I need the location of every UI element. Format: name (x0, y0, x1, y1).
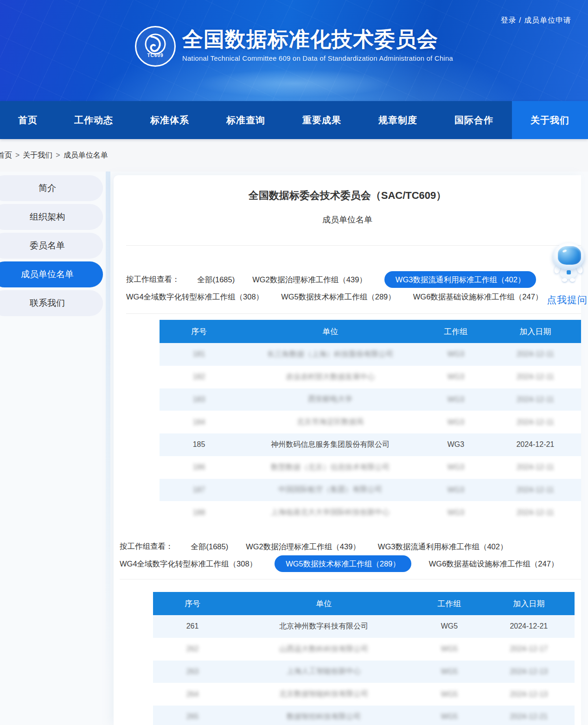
divider (120, 579, 581, 579)
table-row: 182农业农村部大数据发展中心WG32024-12-11 (160, 366, 581, 388)
col-header-date: 加入日期 (519, 326, 551, 337)
sidebar-item-organization[interactable]: 组织架构 (0, 204, 103, 230)
col-header-no: 序号 (191, 326, 207, 337)
col-header-org: 单位 (322, 326, 338, 337)
login-link[interactable]: 登录 / 成员单位申请 (501, 16, 571, 25)
nav-item-about-us[interactable]: 关于我们 (512, 101, 588, 139)
col-header-wg: 工作组 (444, 326, 468, 337)
col-header-org: 单位 (316, 598, 332, 609)
table-header: 序号 单位 工作组 加入日期 (160, 320, 581, 343)
breadcrumb-member-list[interactable]: 成员单位名单 (64, 151, 108, 159)
nav-item-home[interactable]: 首页 (0, 101, 56, 139)
breadcrumb-separator: > (15, 151, 19, 159)
nav-item-standard-search[interactable]: 标准查询 (208, 101, 284, 139)
divider (126, 245, 581, 246)
page: 登录 / 成员单位申请 TC609 全国数据标准化技术委员会 National … (0, 0, 588, 725)
committee-logo-icon: TC609 (135, 26, 176, 67)
page-title: 全国数据标委会技术委员会（SAC/TC609） (114, 189, 581, 202)
filter-wg2[interactable]: WG2数据治理标准工作组（439） (246, 541, 360, 552)
logo-text: TC609 (136, 53, 174, 58)
table-row: 264北京数据智能科技有限公司WG52024-12-13 (153, 683, 575, 706)
main-nav: 首页 工作动态 标准体系 标准查询 重要成果 规章制度 国际合作 关于我们 (0, 101, 588, 139)
filter-wg6[interactable]: WG6数据基础设施标准工作组（247） (429, 559, 559, 569)
table-row: 186数慧数据（北京）信息技术有限公司WG32024-12-11 (160, 456, 581, 479)
filter-all[interactable]: 全部(1685) (198, 274, 235, 285)
sidebar-item-member-units[interactable]: 成员单位名单 (0, 261, 103, 287)
filter-label: 按工作组查看： (126, 274, 180, 285)
ask-me-link[interactable]: 点我提问 (547, 293, 588, 306)
nav-item-regulations[interactable]: 规章制度 (360, 101, 436, 139)
member-table-wg5: 序号 单位 工作组 加入日期 261北京神州数字科技有限公司WG52024-12… (153, 592, 575, 725)
assistant-robot-icon[interactable] (552, 243, 585, 282)
breadcrumb-separator: > (56, 151, 60, 159)
site-title: 全国数据标准化技术委员会 (182, 27, 453, 52)
nav-item-international[interactable]: 国际合作 (436, 101, 512, 139)
member-table-wg3: 序号 单位 工作组 加入日期 181长三角数据（上海）科技股份有限公司WG320… (160, 320, 581, 524)
page-subtitle: 成员单位名单 (114, 214, 581, 225)
breadcrumb-about[interactable]: 关于我们 (23, 151, 52, 159)
site-title-en: National Technical Committee 609 on Data… (182, 54, 453, 62)
table-row: 262山西远大数科科技有限公司WG52024-12-17 (153, 638, 575, 661)
divider (126, 313, 581, 314)
nav-item-news[interactable]: 工作动态 (56, 101, 132, 139)
table-row: 263上海人工智能创新中心WG52024-12-13 (153, 661, 575, 683)
sidebar-item-contact-us[interactable]: 联系我们 (0, 290, 103, 316)
filter-wg4[interactable]: WG4全域数字化转型标准工作组（308） (126, 292, 263, 302)
content-card: 全国数据标委会技术委员会（SAC/TC609） 成员单位名单 按工作组查看： 全… (114, 175, 581, 725)
filter-wg5[interactable]: WG5数据技术标准工作组（289） (275, 555, 411, 572)
table-row: 265数据智控科技有限公司WG52024-12-21 (153, 706, 575, 725)
table-row: 183西安邮电大学WG32024-12-11 (160, 388, 581, 411)
table-row: 185神州数码信息服务集团股份有限公司WG32024-12-21 (160, 433, 581, 456)
breadcrumb: 首页>关于我们>成员单位名单 (0, 139, 588, 172)
table-row: 188上海临港北大大学国际科技创新中心WG32024-12-11 (160, 501, 581, 524)
filter-wg6[interactable]: WG6数据基础设施标准工作组（247） (413, 292, 543, 302)
table-row: 187中国国际航空（集团）有限公司WG32024-12-11 (160, 479, 581, 502)
filter-wg2[interactable]: WG2数据治理标准工作组（439） (252, 274, 367, 285)
table-header: 序号 单位 工作组 加入日期 (153, 592, 575, 615)
table-row: 181长三角数据（上海）科技股份有限公司WG32024-12-11 (160, 343, 581, 366)
breadcrumb-home[interactable]: 首页 (0, 151, 12, 159)
filter-label: 按工作组查看： (120, 541, 173, 552)
filter-wg4[interactable]: WG4全域数字化转型标准工作组（308） (120, 559, 257, 569)
nav-item-achievements[interactable]: 重要成果 (284, 101, 360, 139)
table-row: 261北京神州数字科技有限公司WG52024-12-21 (153, 615, 575, 638)
col-header-wg: 工作组 (438, 598, 461, 609)
filter-all[interactable]: 全部(1685) (191, 541, 229, 552)
main-area: 简介 组织架构 委员名单 成员单位名单 联系我们 全国数据标委会技术委员会（SA… (0, 172, 588, 725)
table-row: 184北京市海淀区数据局WG32024-12-11 (160, 411, 581, 433)
nav-item-standard-system[interactable]: 标准体系 (132, 101, 208, 139)
filter-wg3[interactable]: WG3数据流通利用标准工作组（402） (384, 271, 537, 288)
filter-wg5[interactable]: WG5数据技术标准工作组（289） (281, 292, 396, 302)
workgroup-filter-2: 按工作组查看： 全部(1685) WG2数据治理标准工作组（439） WG3数据… (120, 541, 559, 572)
banner: 登录 / 成员单位申请 TC609 全国数据标准化技术委员会 National … (0, 0, 588, 101)
workgroup-filter-1: 按工作组查看： 全部(1685) WG2数据治理标准工作组（439） WG3数据… (126, 271, 559, 302)
sidebar-item-committee-members[interactable]: 委员名单 (0, 233, 103, 259)
filter-wg3[interactable]: WG3数据流通利用标准工作组（402） (378, 541, 508, 552)
col-header-date: 加入日期 (513, 598, 544, 609)
section-wg5: 按工作组查看： 全部(1685) WG2数据治理标准工作组（439） WG3数据… (107, 541, 581, 725)
brand: TC609 全国数据标准化技术委员会 National Technical Co… (135, 26, 453, 67)
sidebar-item-intro[interactable]: 简介 (0, 175, 103, 201)
col-header-no: 序号 (185, 598, 200, 609)
